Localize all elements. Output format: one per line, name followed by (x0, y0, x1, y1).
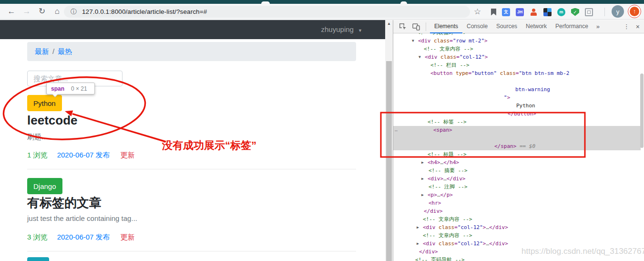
scroll-up-arrow-icon[interactable]: ▲ (385, 21, 393, 26)
article-title[interactable]: 有标签的文章 (27, 195, 102, 211)
back-icon[interactable]: ← (5, 5, 18, 18)
code-token: "col-12" (458, 240, 483, 247)
user-dropdown[interactable]: zhuyuping ▼ (321, 20, 362, 39)
dom-tree-line[interactable]: ▶<div class="col-12">…</div> (423, 240, 508, 248)
watermark: https://blog.csdn.net/qq_31362767 (521, 247, 644, 256)
code-token: … (437, 192, 440, 198)
collapsed-arrow-icon[interactable]: ▶ (417, 223, 419, 231)
expanded-arrow-icon[interactable]: ▼ (412, 37, 414, 45)
code-token: class (497, 70, 516, 76)
page-scrollbar[interactable]: ▲ (385, 20, 393, 261)
dom-tree-line[interactable]: ▼<div class="row mt-2"> (418, 37, 488, 45)
url-text[interactable]: 127.0.0.1:8000/article/article-list/?sea… (82, 8, 207, 15)
collapsed-arrow-icon[interactable]: ▶ (421, 191, 424, 199)
code-token: </h4> (443, 159, 459, 166)
code-token: <!-- 栏目 --> (430, 62, 470, 68)
tab-console[interactable]: Console (462, 20, 492, 33)
squares-extension-icon[interactable] (543, 8, 552, 16)
dom-tree-line[interactable]: <!-- 文章内容 --> (423, 231, 472, 240)
collapsed-arrow-icon[interactable]: ▶ (421, 175, 424, 183)
collapsed-arrow-icon[interactable]: ▶ (417, 240, 419, 248)
breadcrumb-latest-link[interactable]: 最新 (35, 47, 49, 55)
collapsed-arrow-icon[interactable]: ▶ (421, 158, 424, 167)
home-icon[interactable]: ⌂ (51, 5, 64, 18)
bookmark-flag-extension-icon[interactable] (491, 9, 496, 16)
dom-tree-line[interactable]: <!-- 注脚 --> (429, 183, 468, 191)
code-token: = (456, 54, 460, 60)
devtools-menu-icon[interactable]: ⋮ (619, 23, 634, 30)
web-page: zhuyuping ▼ 最新/最热 span 0 × 21 Python lee… (0, 20, 385, 261)
dom-tree-line[interactable]: </button> (508, 110, 536, 118)
tag-button-python[interactable]: Python (27, 95, 62, 111)
code-token: <div> (428, 176, 443, 182)
article-title[interactable]: leetcode (27, 113, 78, 128)
published-date: 2020-06-07 发布 (57, 233, 110, 241)
devtools-scrollbar-thumb[interactable] (640, 73, 644, 148)
dom-tree-line[interactable]: </div> (419, 248, 438, 256)
browser-tab-strip[interactable] (0, 0, 644, 4)
article-meta: 3 浏览 2020-06-07 发布 更新 (27, 233, 135, 242)
page-info-icon[interactable]: ⓘ (71, 8, 77, 16)
dom-tree-line[interactable]: <!-- 栏目 --> (430, 61, 470, 69)
dom-tree-line[interactable]: ▶<p>…</p> (428, 191, 453, 199)
inspect-element-icon[interactable] (399, 23, 407, 31)
tab-sources[interactable]: Sources (492, 20, 521, 33)
update-link[interactable]: 更新 (121, 151, 135, 159)
person-extension-icon[interactable] (530, 8, 538, 16)
dom-tree-line[interactable]: btn-warning (515, 85, 550, 94)
translate-extension-icon[interactable]: 文 (502, 8, 510, 16)
tab-elements[interactable]: Elements (430, 20, 462, 33)
dom-tree-line[interactable]: <hr> (429, 199, 441, 207)
code-token: > (484, 38, 488, 44)
dom-tree-line[interactable]: </span> == $0 (494, 142, 535, 150)
dom-tree-line[interactable]: ▼<div class="col-12"> (425, 53, 488, 61)
dom-tree-line[interactable]: <!-- 页码导航 --> (415, 256, 465, 261)
divider (27, 251, 356, 251)
tab-network[interactable]: Network (521, 20, 551, 33)
dom-tree-line[interactable]: <!-- 标签 --> (428, 118, 467, 126)
tab-performance[interactable]: Performance (551, 20, 593, 33)
forward-icon[interactable]: → (20, 5, 33, 18)
update-link[interactable]: 更新 (121, 233, 135, 241)
tag-button-partial[interactable] (27, 257, 49, 261)
code-token: <h4> (428, 159, 440, 166)
code-token: </span> (494, 143, 516, 149)
code-token: " (504, 94, 507, 101)
code-token: class (436, 224, 455, 230)
shield-extension-icon[interactable]: ✓ (571, 8, 579, 16)
bookmark-star-icon[interactable]: ☆ (474, 6, 481, 18)
expanded-arrow-icon[interactable]: ▼ (419, 53, 421, 61)
code-token: <!-- 标签 --> (428, 119, 467, 125)
dom-tree-line[interactable]: "> (504, 94, 510, 102)
more-tabs-icon[interactable]: » (593, 23, 603, 30)
jh-extension-icon[interactable]: JH (516, 8, 524, 16)
dom-tree-line[interactable]: </div> (424, 207, 443, 215)
tag-button-django[interactable]: Django (27, 178, 62, 194)
dom-tree-line[interactable]: <!-- 文章内容 --> (423, 215, 472, 223)
expand-dots[interactable]: … (395, 127, 398, 132)
dom-tree-line[interactable]: ▶<div>…</div> (428, 175, 466, 183)
breadcrumb-hottest-link[interactable]: 最热 (58, 47, 72, 55)
dom-tree-line[interactable]: <button type="button" class="btn btn-sm … (430, 69, 569, 77)
views-count: 1 浏览 (27, 151, 48, 159)
dom-tree-line[interactable]: <!-- 标题 --> (428, 150, 467, 158)
page-extension-icon[interactable] (585, 8, 593, 16)
m-extension-icon[interactable]: m (557, 8, 565, 16)
toolbar-separator (426, 22, 426, 31)
address-bar[interactable]: ⓘ 127.0.0.1:8000/article/article-list/?s… (64, 6, 470, 18)
devtools-close-icon[interactable]: × (634, 23, 644, 31)
refresh-icon[interactable]: ↻ (35, 5, 49, 18)
update-browser-button[interactable]: ↑ (628, 5, 641, 18)
dom-tree-line[interactable]: ▶<h4>…</h4> (428, 158, 459, 167)
profile-avatar[interactable]: y (612, 5, 624, 18)
dom-tree-line[interactable]: <!-- 摘要 --> (429, 167, 468, 175)
views-count: 3 浏览 (27, 233, 48, 241)
code-token: = (454, 240, 458, 247)
device-toolbar-icon[interactable] (412, 23, 420, 31)
dom-tree-line[interactable]: <!-- 文章内容 --> (424, 45, 473, 53)
code-token: = (450, 38, 453, 44)
page-scrollbar-thumb[interactable] (386, 61, 392, 261)
dom-tree-line[interactable]: ▶<div class="col-12">…</div> (423, 223, 508, 231)
dom-tree-line[interactable]: Python (516, 102, 535, 110)
dom-tree-line[interactable]: <span> (433, 126, 452, 134)
